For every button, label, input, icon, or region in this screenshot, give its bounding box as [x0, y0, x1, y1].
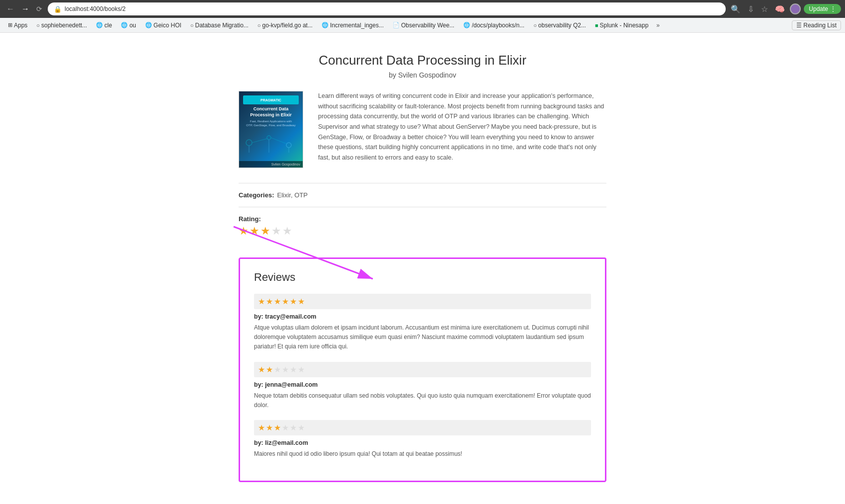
review-1-star-1: ★: [258, 297, 265, 306]
github-icon-3: ○: [257, 22, 261, 28]
categories-label: Categories:: [239, 191, 274, 199]
back-button[interactable]: ←: [4, 3, 17, 14]
address-bar[interactable]: 🔒 localhost:4000/books/2: [48, 2, 726, 15]
rating-label: Rating:: [239, 215, 606, 223]
splunk-icon: ■: [595, 22, 598, 28]
star-2: ★: [250, 225, 259, 238]
bookmark-go-kvp[interactable]: ○ go-kvp/field.go at...: [254, 21, 317, 30]
review-3-stars: ★ ★ ★ ★ ★ ★: [258, 423, 587, 432]
bookmark-ou[interactable]: 🌐 ou: [117, 21, 140, 30]
bookmarks-bar: ⊞ Apps ○ sophiebenedett... 🌐 cle 🌐 ou 🌐 …: [0, 18, 845, 33]
review-2-star-3: ★: [274, 365, 281, 374]
svg-point-0: [246, 140, 252, 146]
book-cover: PRAGMATIC Concurrent DataProcessing in E…: [239, 91, 303, 168]
book-description: Learn different ways of writing concurre…: [318, 91, 606, 168]
star-1: ★: [239, 225, 249, 238]
review-1-stars-row: ★ ★ ★ ★ ★ ★: [254, 294, 591, 309]
review-3-star-2: ★: [266, 423, 273, 432]
review-2-star-4: ★: [282, 365, 289, 374]
bookmarks-more-button[interactable]: »: [654, 21, 663, 30]
review-3-star-6: ★: [298, 423, 305, 432]
review-1-author: by: tracy@email.com: [254, 313, 591, 320]
review-1-star-6: ★: [298, 297, 305, 306]
doc-icon-1: 📄: [393, 22, 400, 28]
review-item-2: ★ ★ ★ ★ ★ ★ by: jenna@email.com Neque to…: [254, 362, 591, 410]
review-2-stars-row: ★ ★ ★ ★ ★ ★: [254, 362, 591, 377]
star-3: ★: [260, 225, 270, 238]
toolbar-right: 🔍 ⇩ ☆ 🧠 Update ⋮: [729, 3, 841, 15]
browser-toolbar: ← → ⟳ 🔒 localhost:4000/books/2 🔍 ⇩ ☆ 🧠 U…: [0, 0, 845, 18]
extensions-icon[interactable]: 🧠: [773, 3, 787, 15]
star-4: ★: [271, 225, 281, 238]
globe-icon-5: 🌐: [463, 22, 470, 28]
rating-section: Rating: ★ ★ ★ ★ ★: [199, 215, 646, 238]
review-2-star-6: ★: [298, 365, 305, 374]
book-meta-categories: Categories: Elixir, OTP: [199, 191, 646, 199]
github-icon-4: ○: [533, 22, 537, 28]
svg-line-4: [271, 138, 286, 144]
reviews-title: Reviews: [254, 271, 591, 284]
cover-title: Concurrent DataProcessing in Elixir: [250, 106, 292, 118]
bookmark-database[interactable]: ○ Database Migratio...: [186, 21, 253, 30]
bookmark-observability-wee[interactable]: 📄 Observability Wee...: [389, 21, 458, 30]
review-3-text: Maiores nihil quod id odio libero ipsum …: [254, 449, 591, 459]
review-3-author: by: liz@email.com: [254, 439, 591, 446]
globe-icon-4: 🌐: [322, 22, 329, 28]
apps-icon: ⊞: [8, 22, 12, 28]
cover-author: Svilen Gospodinov: [239, 161, 303, 168]
review-item-1: ★ ★ ★ ★ ★ ★ by: tracy@email.com Atque vo…: [254, 294, 591, 352]
review-1-text: Atque voluptas uliam dolorem et ipsam in…: [254, 323, 591, 352]
forward-button[interactable]: →: [19, 3, 32, 14]
divider-1: [239, 183, 606, 183]
bookmark-docs-playbooks[interactable]: 🌐 /docs/playbooks/n...: [459, 21, 528, 30]
update-button[interactable]: Update ⋮: [804, 4, 841, 14]
review-1-star-5: ★: [290, 297, 297, 306]
globe-icon-2: 🌐: [121, 22, 128, 28]
bookmark-incremental[interactable]: 🌐 Incremental_inges...: [318, 21, 388, 30]
nav-buttons: ← → ⟳: [4, 3, 45, 14]
review-3-stars-row: ★ ★ ★ ★ ★ ★: [254, 420, 591, 435]
star-5: ★: [282, 225, 292, 238]
globe-icon-1: 🌐: [96, 22, 103, 28]
bookmark-geico[interactable]: 🌐 Geico HOI: [141, 21, 185, 30]
bookmark-splunk[interactable]: ■ Splunk - Ninesapp: [591, 21, 653, 30]
reviews-section: Reviews ★ ★ ★ ★ ★ ★ by: tracy@email.com …: [239, 257, 606, 482]
book-title: Concurrent Data Processing in Elixir: [199, 53, 646, 68]
reading-list-button[interactable]: ☰ Reading List: [792, 20, 841, 30]
categories-value: Elixir, OTP: [277, 191, 308, 199]
review-3-star-1: ★: [258, 423, 265, 432]
bookmark-sophiebenedett[interactable]: ○ sophiebenedett...: [32, 21, 91, 30]
book-details: PRAGMATIC Concurrent DataProcessing in E…: [199, 91, 646, 168]
svg-line-3: [252, 139, 267, 143]
review-1-star-3: ★: [274, 297, 281, 306]
bookmark-cle[interactable]: 🌐 cle: [92, 21, 116, 30]
cover-subtitle: Fast, Resilient Applications withOTP, Ge…: [246, 120, 295, 128]
cover-publisher-logo: PRAGMATIC: [260, 98, 281, 102]
github-icon-1: ○: [36, 22, 40, 28]
rating-stars: ★ ★ ★ ★ ★: [239, 225, 606, 238]
avatar[interactable]: [790, 3, 801, 14]
bookmark-observability-q2[interactable]: ○ observability Q2...: [529, 21, 590, 30]
review-3-star-3: ★: [274, 423, 281, 432]
review-2-author: by: jenna@email.com: [254, 381, 591, 388]
review-3-star-5: ★: [290, 423, 297, 432]
bookmark-icon[interactable]: ☆: [759, 3, 770, 15]
cover-circuit-graphic: [239, 128, 303, 158]
review-2-star-5: ★: [290, 365, 297, 374]
url-text: localhost:4000/books/2: [65, 5, 720, 12]
reload-button[interactable]: ⟳: [34, 4, 45, 14]
browser-chrome: ← → ⟳ 🔒 localhost:4000/books/2 🔍 ⇩ ☆ 🧠 U…: [0, 0, 845, 33]
page-content: Concurrent Data Processing in Elixir by …: [199, 33, 646, 502]
github-icon-2: ○: [190, 22, 194, 28]
divider-2: [239, 207, 606, 207]
svg-point-2: [286, 143, 291, 148]
review-3-star-4: ★: [282, 423, 289, 432]
download-icon[interactable]: ⇩: [746, 3, 756, 15]
search-icon[interactable]: 🔍: [729, 3, 743, 15]
review-2-text: Neque totam debitis consequatur ullam se…: [254, 391, 591, 410]
globe-icon-3: 🌐: [145, 22, 152, 28]
bookmark-apps[interactable]: ⊞ Apps: [4, 21, 31, 30]
review-1-star-4: ★: [282, 297, 289, 306]
svg-point-1: [267, 136, 271, 140]
review-2-star-2: ★: [266, 365, 273, 374]
